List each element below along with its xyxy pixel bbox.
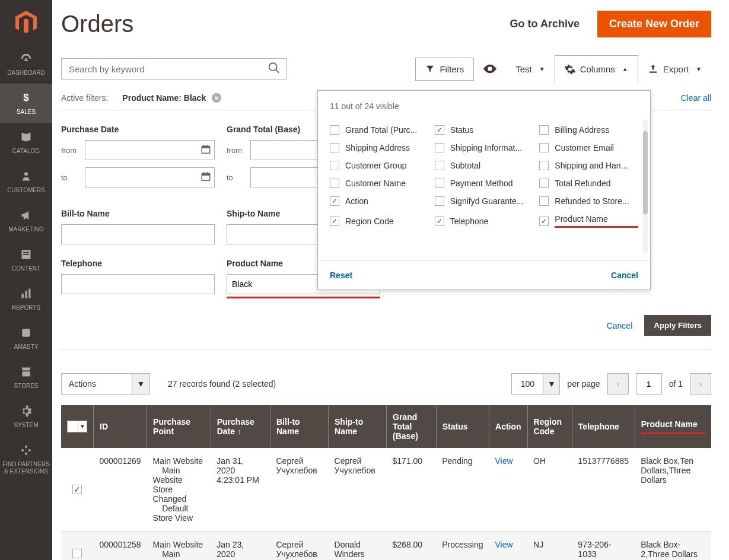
checkbox[interactable] — [539, 161, 549, 170]
column-option[interactable]: Status — [435, 125, 534, 135]
nav-amasty[interactable]: AMASTY — [0, 319, 52, 358]
apply-filters-button[interactable]: Apply Filters — [644, 315, 711, 336]
checkbox[interactable] — [435, 179, 444, 188]
checkbox[interactable] — [330, 196, 339, 206]
next-page-button[interactable]: › — [690, 373, 711, 394]
test-label: Test — [515, 64, 532, 74]
checkbox[interactable] — [539, 196, 549, 206]
view-link[interactable]: View — [495, 456, 513, 466]
purchase-date-from-input[interactable] — [85, 140, 215, 160]
checkbox[interactable] — [435, 125, 444, 135]
export-button[interactable]: Export ▼ — [638, 58, 711, 80]
checkbox[interactable] — [435, 217, 444, 226]
col-status[interactable]: Status — [436, 405, 489, 448]
checkbox[interactable] — [435, 143, 444, 152]
column-option[interactable]: Product Name — [539, 214, 638, 228]
purchase-date-to-input[interactable] — [85, 167, 215, 187]
nav-stores[interactable]: STORES — [0, 358, 52, 397]
nav-marketing[interactable]: MARKETING — [0, 201, 52, 240]
filters-button[interactable]: Filters — [415, 58, 474, 81]
col-product-name[interactable]: Product Name — [635, 405, 711, 448]
col-bill-to-name[interactable]: Bill-to Name — [270, 405, 329, 448]
search-icon[interactable] — [268, 62, 281, 77]
create-new-order-button[interactable]: Create New Order — [597, 11, 711, 37]
chevron-down-icon[interactable]: ▼ — [132, 373, 150, 394]
svg-rect-17 — [203, 172, 205, 174]
nav-dashboard[interactable]: DASHBOARD — [0, 44, 52, 84]
checkbox[interactable] — [539, 125, 549, 135]
row-checkbox[interactable]: ✓ — [72, 485, 82, 494]
select-all-checkbox[interactable]: −▼ — [67, 421, 87, 432]
chevron-down-icon[interactable]: ▼ — [543, 373, 560, 394]
nav-reports[interactable]: REPORTS — [0, 279, 52, 319]
nav-partners[interactable]: FIND PARTNERS & EXTENSIONS — [0, 436, 52, 482]
per-page-select[interactable]: 100 ▼ — [511, 373, 560, 394]
checkbox[interactable] — [435, 196, 444, 206]
column-option[interactable]: Shipping and Han... — [539, 161, 638, 170]
svg-rect-16 — [202, 173, 210, 176]
column-option[interactable]: Total Refunded — [539, 179, 638, 188]
calendar-icon[interactable] — [200, 171, 211, 184]
visible-count-text: 11 out of 24 visible — [318, 101, 650, 119]
magento-logo[interactable] — [0, 0, 52, 44]
nav-content[interactable]: CONTENT — [0, 240, 52, 279]
col-grand-total-base[interactable]: Grand Total (Base) — [387, 405, 437, 448]
scrollbar-thumb[interactable] — [643, 131, 648, 214]
telephone-input[interactable] — [61, 274, 215, 294]
checkbox[interactable] — [539, 179, 549, 188]
col-purchase-date[interactable]: Purchase Date↑ — [211, 405, 270, 448]
checkbox[interactable] — [435, 161, 444, 170]
columns-button[interactable]: Columns ▲ — [555, 55, 638, 82]
column-option[interactable]: Shipping Address — [330, 143, 429, 152]
column-option[interactable]: Refunded to Store... — [539, 196, 638, 206]
columns-reset-link[interactable]: Reset — [330, 271, 352, 280]
column-option[interactable]: Subtotal — [435, 161, 534, 170]
remove-filter-icon[interactable]: ✕ — [212, 93, 221, 103]
column-option[interactable]: Telephone — [435, 214, 534, 228]
cell-bill-to-name: Сергей Учухлебов — [270, 448, 329, 532]
clear-all-link[interactable]: Clear all — [681, 93, 711, 103]
nav-sales[interactable]: $ SALES — [0, 84, 52, 123]
page-input[interactable] — [636, 373, 662, 394]
table-row[interactable]: 000001258Main Website MainJan 23, 2020 4… — [61, 532, 711, 561]
view-link[interactable]: View — [495, 540, 513, 549]
views-button[interactable] — [474, 58, 506, 79]
checkbox[interactable] — [539, 143, 549, 152]
col-id[interactable]: ID — [94, 405, 147, 448]
column-option[interactable]: Action — [330, 196, 429, 206]
checkbox[interactable] — [330, 179, 339, 188]
column-option[interactable]: Billing Address — [539, 125, 638, 135]
bill-to-name-input[interactable] — [61, 224, 215, 244]
col-action[interactable]: Action — [489, 405, 528, 448]
checkbox[interactable] — [330, 161, 339, 170]
column-option[interactable]: Signifyd Guarante... — [435, 196, 534, 206]
col-telephone[interactable]: Telephone — [572, 405, 635, 448]
col-region-code[interactable]: Region Code — [527, 405, 572, 448]
column-option[interactable]: Customer Group — [330, 161, 429, 170]
filter-cancel-link[interactable]: Cancel — [607, 321, 633, 330]
table-row[interactable]: ✓000001269Main Website Main Website Stor… — [61, 448, 711, 532]
col-purchase-point[interactable]: Purchase Point — [147, 405, 211, 448]
checkbox[interactable] — [330, 217, 339, 226]
col-ship-to-name[interactable]: Ship-to Name — [329, 405, 387, 448]
actions-dropdown[interactable]: Actions ▼ — [61, 373, 150, 394]
nav-system[interactable]: SYSTEM — [0, 397, 52, 436]
calendar-icon[interactable] — [200, 144, 211, 157]
column-option[interactable]: Customer Email — [539, 143, 638, 152]
checkbox[interactable] — [330, 125, 339, 135]
column-option[interactable]: Payment Method — [435, 179, 534, 188]
prev-page-button[interactable]: ‹ — [607, 373, 629, 394]
nav-customers[interactable]: CUSTOMERS — [0, 162, 52, 201]
columns-cancel-link[interactable]: Cancel — [611, 271, 638, 280]
search-input[interactable] — [61, 58, 286, 79]
column-option[interactable]: Customer Name — [330, 179, 429, 188]
column-option[interactable]: Region Code — [330, 214, 429, 228]
checkbox[interactable] — [330, 143, 339, 152]
test-dropdown[interactable]: Test ▼ — [506, 58, 554, 80]
go-to-archive-link[interactable]: Go to Archive — [510, 18, 580, 30]
column-option[interactable]: Grand Total (Purc... — [330, 125, 429, 135]
column-option[interactable]: Shipping Informat... — [435, 143, 534, 152]
nav-catalog[interactable]: CATALOG — [0, 123, 52, 162]
row-checkbox[interactable] — [72, 549, 82, 558]
checkbox[interactable] — [539, 217, 549, 226]
